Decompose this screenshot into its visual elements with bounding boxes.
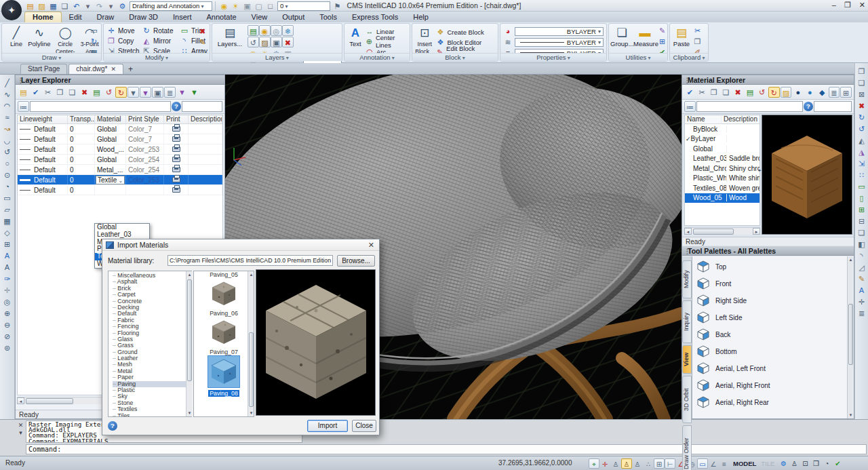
app-compass-logo-icon[interactable]: ✦ (1, 0, 22, 20)
circle-tool-icon[interactable]: ○ (1, 158, 13, 169)
detail-view-icon[interactable]: ⊞ (840, 87, 852, 98)
hatch-tool-icon[interactable]: ▦ (1, 216, 13, 227)
mirror-v-icon[interactable]: ◮ (856, 146, 867, 157)
material-row[interactable]: ByBlock (685, 124, 760, 134)
modify-group-label[interactable]: Modify (104, 53, 210, 61)
material-row[interactable]: ✓ByLayer (685, 134, 760, 144)
display-icon[interactable]: ⊡ (800, 458, 810, 469)
purge-icon[interactable]: ▤ (91, 87, 102, 98)
tool-palettes-title[interactable]: Tool Palettes - All Palettes (682, 246, 854, 256)
scroll-right-icon[interactable]: ▸ (753, 228, 760, 235)
ribbon-tab[interactable]: Home (24, 12, 62, 22)
zoom-in-icon[interactable]: ⊕ (1, 308, 13, 319)
tile-toggle[interactable]: TILE (761, 460, 774, 467)
cut-icon[interactable]: ✂ (692, 25, 703, 36)
palette-tab-view[interactable]: View (682, 345, 692, 374)
command-close-icon[interactable]: ✕ (16, 422, 25, 429)
fillet-obj-icon[interactable]: ◝ (856, 250, 867, 261)
clock-icon[interactable]: ◔ (821, 458, 832, 469)
material-row[interactable]: Global (685, 144, 760, 154)
list-view-icon[interactable]: ≣ (829, 87, 840, 98)
palette-item[interactable]: Bottom (696, 343, 847, 360)
explode-icon[interactable]: ✎ (197, 37, 208, 47)
close-dialog-button[interactable]: Close (352, 420, 376, 432)
grid-icon[interactable]: ⊞ (654, 458, 665, 469)
ribbon-tab[interactable]: Edit (62, 12, 90, 22)
rectangle-tool-icon[interactable]: ▭ (1, 193, 13, 203)
offset-obj-icon[interactable]: ❏ (856, 227, 867, 238)
layer-list-view-icon[interactable]: ≔ (18, 101, 29, 112)
center-lines-button[interactable]: ⊕Center Lines (365, 37, 410, 46)
material-option[interactable]: Leather_03 (95, 231, 149, 239)
line-tool-icon[interactable]: ╱ (1, 77, 13, 88)
thumbnail-label[interactable]: Paving_05 (194, 271, 254, 278)
layer-filter-input[interactable] (182, 101, 222, 112)
settings-icon[interactable]: ≣ (164, 87, 176, 98)
snap-icon[interactable]: ⌖ (589, 458, 599, 469)
arc-chord-icon[interactable]: ◡ (1, 135, 13, 146)
material-row-selected[interactable]: Wood_05Wood (685, 193, 760, 203)
edit-poly-icon[interactable]: ✎ (856, 273, 867, 284)
sphere-light-icon[interactable]: ● (804, 87, 816, 98)
thumbnail-label[interactable]: Paving_07 (194, 349, 254, 355)
create-block-button[interactable]: ❖Create Block (435, 27, 498, 37)
rotate-cw-icon[interactable]: ↻ (856, 112, 867, 123)
layer-row[interactable]: Default0GlobalColor_254 (18, 155, 222, 165)
break-obj-icon[interactable]: ⊞ (856, 204, 867, 215)
quick-calc-icon[interactable]: ✎ (656, 25, 668, 36)
paving-cube-thumbnail[interactable] (209, 317, 239, 347)
dialog-title-bar[interactable]: Import Materials (102, 239, 379, 251)
palette-tab-inquiry[interactable]: Inquiry (682, 300, 692, 343)
palette-item[interactable]: Aerial, Right Rear (696, 394, 847, 411)
zoom-window-icon[interactable]: ⊘ (1, 331, 13, 342)
thumbnail-scrollbar[interactable]: ▲ ▼ (248, 271, 254, 416)
esnap-icon[interactable]: ♙ (610, 459, 621, 469)
rect-tool-icon[interactable]: ▭ (88, 25, 100, 36)
layer-help-icon[interactable]: ? (172, 102, 181, 111)
lines-icon[interactable]: ≡ (719, 459, 730, 469)
paving-cube-thumbnail[interactable] (209, 279, 239, 309)
delete-icon[interactable]: ✖ (732, 87, 744, 98)
layer-delete-icon[interactable]: ✖ (282, 37, 294, 47)
layer-search-input[interactable] (30, 101, 171, 112)
arc-tool-icon[interactable]: ◠ (1, 100, 13, 111)
tab-chair-dwg[interactable]: chair.dwg*✕ (68, 64, 123, 74)
scroll-down-icon[interactable]: ▼ (848, 412, 854, 418)
scroll-up-icon[interactable]: ▲ (186, 271, 193, 278)
layer-states-icon[interactable]: ▤ (248, 25, 259, 36)
palette-item[interactable]: Back (696, 326, 847, 343)
set-current-icon[interactable]: ✔ (684, 87, 696, 98)
purge-icon[interactable]: ▤ (745, 87, 756, 98)
thumbnail-label-selected[interactable]: Paving_08 (208, 390, 239, 397)
match-icon[interactable]: ✛ (856, 296, 867, 307)
copy-clip-icon[interactable]: ❐ (692, 36, 703, 47)
etrack-icon[interactable]: ♙ (632, 459, 643, 469)
layer-isolate-icon[interactable]: ◉ (259, 25, 271, 36)
scroll-up-icon[interactable]: ▲ (248, 271, 254, 278)
tab-close-icon[interactable]: ✕ (111, 66, 116, 73)
layer-row[interactable]: Default0Metal_...Color_254 (18, 165, 222, 175)
paste-icon[interactable]: ❏ (66, 87, 78, 98)
filter-green-icon[interactable]: ▼ (189, 87, 200, 98)
polygon-tool-icon[interactable]: ▱ (1, 204, 13, 215)
palette-item[interactable]: Aerial, Left Front (696, 360, 847, 377)
paste-obj-icon[interactable]: ❏ (856, 77, 867, 88)
sphere-dark-icon[interactable]: ● (792, 87, 804, 98)
insert-block-button[interactable]: ⊡Insert Block... (414, 25, 435, 57)
ribbon-tab[interactable]: Draw 3D (121, 12, 165, 22)
cut-icon[interactable]: ✂ (42, 87, 54, 98)
scroll-up-icon[interactable]: ▲ (848, 256, 854, 263)
palette-tab-draw-order[interactable]: Draw Order (682, 425, 692, 470)
tab-start-page[interactable]: Start Page (20, 64, 67, 74)
text-tool-icon[interactable]: A (1, 250, 13, 261)
draw-group-label[interactable]: Draw (2, 53, 101, 61)
palette-item[interactable]: Front (696, 275, 847, 292)
delete-obj-icon[interactable]: ✖ (856, 100, 867, 111)
layers-group-label[interactable]: Layers (212, 53, 342, 61)
material-search-input[interactable] (696, 101, 803, 112)
ribbon-tab[interactable]: Output (275, 12, 312, 22)
palette-item[interactable]: Right Side (696, 292, 847, 309)
set-current-icon[interactable]: ✔ (30, 87, 41, 98)
print-icon[interactable] (172, 177, 180, 182)
clipboard-group-label[interactable]: Clipboard (670, 53, 708, 61)
